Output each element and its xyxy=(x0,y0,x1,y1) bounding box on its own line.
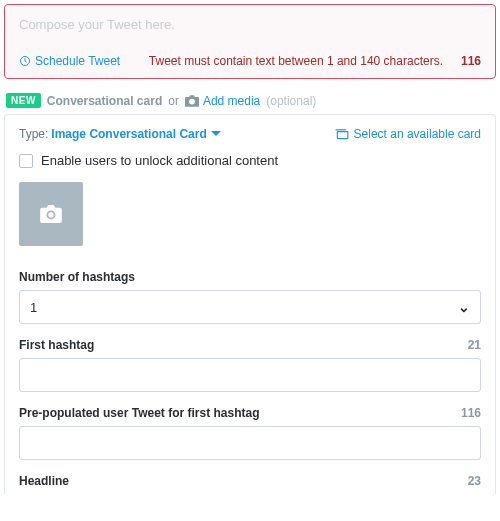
type-prefix: Type: xyxy=(19,127,48,141)
first-hashtag-field: First hashtag 21 xyxy=(19,338,481,406)
enable-unlock-checkbox[interactable] xyxy=(19,154,33,168)
headline-label: Headline xyxy=(19,474,69,488)
pre-tweet-field: Pre-populated user Tweet for first hasht… xyxy=(19,406,481,474)
pre-tweet-input[interactable] xyxy=(19,426,481,460)
pre-tweet-label: Pre-populated user Tweet for first hasht… xyxy=(19,406,259,420)
add-media-label: Add media xyxy=(203,94,260,108)
compose-footer: Schedule Tweet Tweet must contain text b… xyxy=(19,50,481,68)
num-hashtags-field: Number of hashtags 1 ⌄ xyxy=(19,270,481,338)
card-section-header: NEW Conversational card or Add media (op… xyxy=(0,79,500,114)
clock-icon xyxy=(19,55,31,67)
select-available-label: Select an available card xyxy=(354,127,481,141)
enable-unlock-row: Enable users to unlock additional conten… xyxy=(19,153,481,182)
compose-error: Tweet must contain text between 1 and 14… xyxy=(149,54,443,68)
image-upload-placeholder[interactable] xyxy=(19,182,83,246)
num-hashtags-label: Number of hashtags xyxy=(19,270,135,284)
new-badge: NEW xyxy=(6,93,41,108)
compose-status: Tweet must contain text between 1 and 14… xyxy=(149,54,481,68)
first-hashtag-input[interactable] xyxy=(19,358,481,392)
pre-tweet-count: 116 xyxy=(461,406,481,420)
num-hashtags-value: 1 xyxy=(30,300,37,315)
first-hashtag-label: First hashtag xyxy=(19,338,94,352)
type-value: Image Conversational Card xyxy=(51,127,206,141)
char-count: 116 xyxy=(453,54,481,68)
headline-count: 23 xyxy=(468,474,481,488)
camera-icon xyxy=(40,205,62,223)
headline-field: Headline 23 xyxy=(19,474,481,494)
select-available-card-link[interactable]: Select an available card xyxy=(335,127,481,141)
compose-box: Compose your Tweet here. Schedule Tweet … xyxy=(4,4,496,79)
cards-icon xyxy=(335,129,349,140)
chevron-down-icon: ⌄ xyxy=(458,299,470,315)
card-type-dropdown[interactable]: Type: Image Conversational Card xyxy=(19,127,222,141)
card-top-row: Type: Image Conversational Card Select a… xyxy=(19,127,481,153)
chevron-down-icon xyxy=(210,129,222,139)
compose-textarea[interactable]: Compose your Tweet here. xyxy=(19,17,481,50)
schedule-tweet-link[interactable]: Schedule Tweet xyxy=(19,54,120,68)
add-media-link[interactable]: Add media xyxy=(185,94,260,108)
svg-rect-1 xyxy=(337,131,348,138)
camera-icon xyxy=(185,95,199,107)
or-text: or xyxy=(168,94,179,108)
first-hashtag-count: 21 xyxy=(468,338,481,352)
card-panel: Type: Image Conversational Card Select a… xyxy=(4,114,496,494)
optional-text: (optional) xyxy=(266,94,316,108)
schedule-tweet-label: Schedule Tweet xyxy=(35,54,120,68)
section-title: Conversational card xyxy=(47,94,162,108)
enable-unlock-label: Enable users to unlock additional conten… xyxy=(41,153,278,168)
num-hashtags-select[interactable]: 1 ⌄ xyxy=(19,290,481,324)
